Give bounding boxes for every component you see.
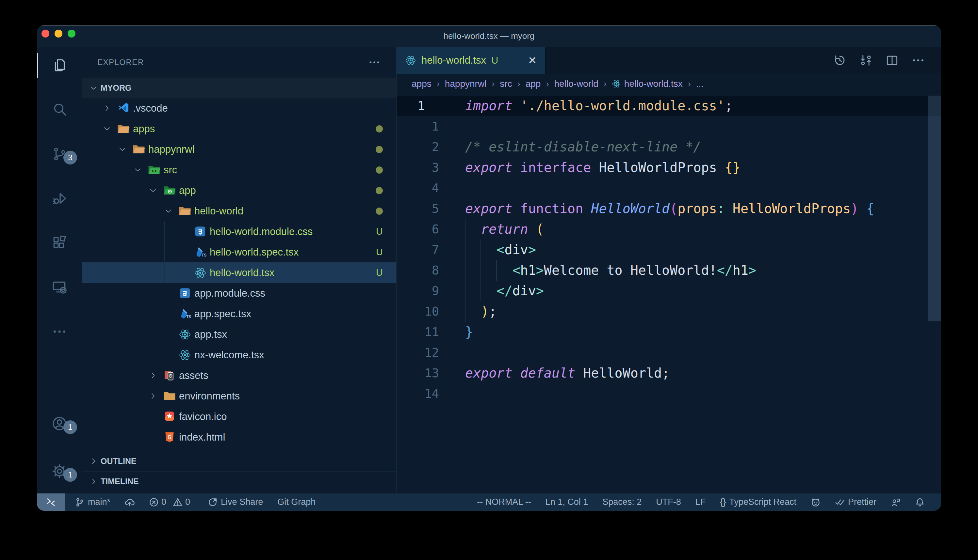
breadcrumb-item[interactable]: ... bbox=[696, 78, 704, 89]
tree-row[interactable]: src bbox=[82, 160, 396, 180]
breadcrumb-item[interactable]: src bbox=[500, 78, 512, 89]
line-number: 14 bbox=[396, 383, 446, 404]
activity-bar-item-search[interactable] bbox=[37, 99, 82, 120]
activity-bar: 3 11 bbox=[37, 47, 82, 493]
timeline-section-label: TIMELINE bbox=[100, 477, 139, 486]
untracked-badge: U bbox=[376, 247, 383, 257]
status-item-feedback[interactable] bbox=[891, 497, 901, 507]
octoface-icon bbox=[811, 497, 821, 507]
react-icon bbox=[194, 267, 206, 279]
tree-item-label: app.module.css bbox=[194, 288, 265, 299]
tab-modified-badge: U bbox=[491, 55, 498, 66]
chevron-right-icon bbox=[103, 104, 117, 113]
tree-row[interactable]: happynrwl bbox=[82, 139, 396, 160]
status-label: Spaces: 2 bbox=[602, 497, 642, 507]
activity-bar-item-remote-explorer[interactable] bbox=[37, 277, 82, 298]
chevron-right-icon bbox=[90, 457, 98, 466]
status-item-cursor-position[interactable]: Ln 1, Col 1 bbox=[545, 497, 588, 507]
status-item-eol[interactable]: LF bbox=[695, 497, 706, 507]
title-bar[interactable]: hello-world.tsx — myorg bbox=[37, 25, 941, 47]
tree-row[interactable]: app bbox=[82, 180, 396, 201]
breadcrumb-separator: › bbox=[517, 79, 520, 89]
status-item-vim-mode[interactable]: -- NORMAL -- bbox=[477, 497, 531, 507]
tree-row[interactable]: TSapp.spec.tsx bbox=[82, 303, 396, 324]
status-bar: main*00Live ShareGit Graph -- NORMAL --L… bbox=[37, 493, 941, 511]
vscode-window: hello-world.tsx — myorg 3 11 EXPLORER MY… bbox=[37, 25, 941, 511]
line-number: 6 bbox=[396, 219, 446, 240]
activity-bar-item-settings[interactable]: 1 bbox=[37, 461, 82, 482]
status-label: Prettier bbox=[848, 497, 876, 507]
remote-indicator[interactable] bbox=[37, 493, 65, 511]
line-number: 13 bbox=[396, 363, 446, 383]
tree-row[interactable]: app.module.css bbox=[82, 283, 396, 303]
tree-row[interactable]: assets bbox=[82, 365, 396, 386]
breadcrumb-item[interactable]: apps bbox=[411, 78, 431, 89]
history-icon[interactable] bbox=[833, 53, 847, 68]
tree-row[interactable]: app.tsx bbox=[82, 324, 396, 345]
workspace-section-header[interactable]: MYORG bbox=[82, 78, 396, 98]
status-item-notifications[interactable] bbox=[915, 497, 925, 507]
tab-bar: hello-world.tsx U ✕ bbox=[396, 47, 941, 74]
tree-row[interactable]: favicon.ico bbox=[82, 406, 396, 427]
status-item-publish-changes[interactable] bbox=[125, 497, 135, 507]
activity-bar-item-accounts[interactable]: 1 bbox=[37, 413, 82, 434]
breadcrumb-label: happynrwl bbox=[445, 78, 487, 89]
code-line: 10 ); bbox=[396, 301, 941, 322]
tab-hello-world-tsx[interactable]: hello-world.tsx U ✕ bbox=[396, 47, 546, 74]
breadcrumb-item[interactable]: hello-world bbox=[554, 78, 598, 89]
status-item-git-branch[interactable]: main* bbox=[75, 497, 110, 507]
code-text bbox=[446, 178, 465, 198]
code-line: 11} bbox=[396, 322, 941, 342]
breadcrumb-item[interactable]: hello-world.tsx bbox=[612, 78, 683, 89]
svg-text:TS: TS bbox=[202, 253, 206, 257]
status-item-formatter[interactable]: Prettier bbox=[835, 497, 876, 507]
untracked-badge: U bbox=[376, 226, 383, 237]
code-editor[interactable]: 1import './hello-world.module.css';12/* … bbox=[396, 94, 941, 493]
status-item-git-graph[interactable]: Git Graph bbox=[278, 497, 316, 507]
activity-bar-item-explorer[interactable] bbox=[37, 55, 82, 76]
status-item-indentation[interactable]: Spaces: 2 bbox=[602, 497, 642, 507]
code-line: 12 bbox=[396, 342, 941, 363]
tree-row[interactable]: hello-world.module.cssU bbox=[82, 221, 396, 242]
css-icon bbox=[179, 287, 191, 300]
status-item-problems[interactable]: 00 bbox=[149, 497, 193, 507]
tree-row[interactable]: TShello-world.spec.tsxU bbox=[82, 242, 396, 262]
activity-bar-item-run-debug[interactable] bbox=[37, 188, 82, 209]
svg-text:TS: TS bbox=[186, 314, 191, 319]
tree-row[interactable]: .vscode bbox=[82, 98, 396, 118]
chevron-down-icon bbox=[118, 145, 133, 154]
breadcrumb-item[interactable]: happynrwl bbox=[445, 78, 487, 89]
status-item-github[interactable] bbox=[811, 497, 821, 507]
modified-dot-badge bbox=[376, 125, 383, 132]
status-item-language-mode[interactable]: {}TypeScript React bbox=[720, 497, 796, 507]
code-line: 3export interface HelloWorldProps {} bbox=[396, 157, 941, 178]
status-item-live-share[interactable]: Live Share bbox=[208, 497, 263, 507]
tree-row[interactable]: environments bbox=[82, 386, 396, 406]
status-item-encoding[interactable]: UTF-8 bbox=[656, 497, 681, 507]
remote-indicator-icon bbox=[46, 497, 56, 507]
tree-row[interactable]: hello-world.tsxU bbox=[82, 262, 396, 283]
more-icon[interactable] bbox=[911, 53, 925, 68]
breadcrumb-item[interactable]: app bbox=[526, 78, 541, 89]
tree-row[interactable]: hello-world bbox=[82, 201, 396, 221]
activity-bar-item-extensions[interactable] bbox=[37, 232, 82, 253]
test-tsx-icon: TS bbox=[179, 308, 191, 320]
code-line: 5export function HelloWorld(props: Hello… bbox=[396, 198, 941, 219]
timeline-section-header[interactable]: TIMELINE bbox=[82, 471, 396, 492]
editor-scrollbar[interactable] bbox=[928, 96, 941, 321]
tree-row[interactable]: 5index.html bbox=[82, 427, 396, 447]
status-label: LF bbox=[695, 497, 706, 507]
compare-changes-icon[interactable] bbox=[859, 53, 873, 68]
outline-section-header[interactable]: OUTLINE bbox=[82, 451, 396, 471]
split-editor-icon[interactable] bbox=[885, 53, 899, 68]
react-icon bbox=[179, 328, 191, 341]
sidebar-title: EXPLORER bbox=[97, 58, 144, 67]
tree-row[interactable]: apps bbox=[82, 118, 396, 139]
activity-bar-item-more-views[interactable] bbox=[37, 321, 82, 342]
status-label: Git Graph bbox=[278, 497, 316, 507]
close-tab-icon[interactable]: ✕ bbox=[528, 54, 537, 67]
activity-bar-item-source-control[interactable]: 3 bbox=[37, 143, 82, 165]
explorer-more-actions-icon[interactable] bbox=[368, 56, 381, 69]
chevron-down-icon bbox=[90, 84, 98, 92]
tree-row[interactable]: nx-welcome.tsx bbox=[82, 345, 396, 365]
